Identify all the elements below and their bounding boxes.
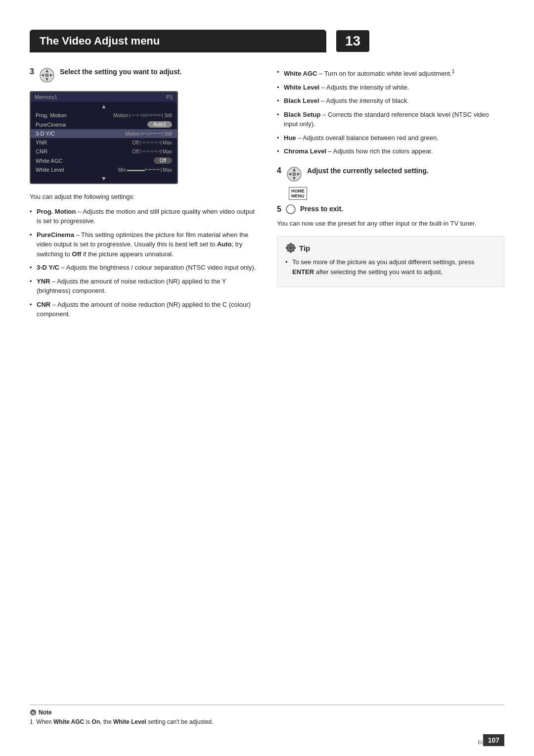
page-number: 107 <box>483 734 504 746</box>
list-item: Black Level – Adjusts the intensity of b… <box>277 96 504 106</box>
step3-row: 3 Select the setting you want to adjust. <box>30 67 257 83</box>
tip-title: Tip <box>285 242 496 253</box>
page-title: The Video Adjust menu <box>30 30 326 52</box>
after-step5-text: You can now use the preset for any other… <box>277 219 504 229</box>
list-item: Black Setup – Corrects the standard refe… <box>277 110 504 129</box>
can-adjust-text: You can adjust the following settings: <box>30 192 257 202</box>
svg-point-19 <box>292 244 295 247</box>
list-item: 3-D Y/C – Adjusts the brightness / colou… <box>30 263 257 273</box>
circle-button-icon <box>285 204 296 215</box>
menu-arrow-down: ▼ <box>31 174 177 183</box>
menu-item-cnr: CNR Off |⊣⊣⊣⊣⊣| Max <box>31 147 177 156</box>
list-item: White AGC – Turn on for automatic white … <box>277 67 504 79</box>
svg-point-13 <box>289 246 293 250</box>
content-columns: 3 Select the setting you want to adjust.… <box>30 67 504 323</box>
svg-point-16 <box>286 246 289 249</box>
menu-screenshot: Memory1 P1 ▲ Prog. Motion Motion |⊣⊣⊣⊙⊢⊢… <box>30 91 178 184</box>
menu-item-prog-motion: Prog. Motion Motion |⊣⊣⊣⊙⊢⊢⊢⊢| Still <box>31 111 177 120</box>
list-item: YNR – Adjusts the amount of noise reduct… <box>30 277 257 296</box>
svg-point-12 <box>286 205 295 214</box>
menu-item-3dyc: 3-D Y/C Motion |⊢⊙⊢⊢⊢| Still <box>31 129 177 138</box>
menu-corner: P1 <box>167 94 173 100</box>
menu-item-purecinema: PureCinema Auto1 <box>31 120 177 129</box>
step5-row: 5 Press to exit. <box>277 204 504 215</box>
tip-bullet-list: To see more of the picture as you adjust… <box>285 257 496 277</box>
svg-point-18 <box>287 244 290 247</box>
list-item: To see more of the picture as you adjust… <box>285 257 496 277</box>
menu-item-white-agc: White AGC Off <box>31 156 177 165</box>
menu-arrow-up: ▲ <box>31 102 177 111</box>
svg-point-11 <box>292 172 296 176</box>
note-text-label: Note <box>39 709 52 716</box>
right-bullet-list: White AGC – Turn on for automatic white … <box>277 67 504 156</box>
title-text: The Video Adjust menu <box>40 35 160 47</box>
left-bullet-list: Prog. Motion – Adjusts the motion and st… <box>30 207 257 319</box>
left-column: 3 Select the setting you want to adjust.… <box>30 67 257 323</box>
list-item: CNR – Adjusts the amount of noise reduct… <box>30 300 257 319</box>
chapter-badge: 13 <box>336 30 369 52</box>
step3-number: 3 <box>30 67 34 76</box>
list-item: Chroma Level – Adjusts how rich the colo… <box>277 146 504 156</box>
page-lang: En <box>478 739 485 745</box>
list-item: PureCinema – This setting optimizes the … <box>30 230 257 259</box>
step5-text: Press to exit. <box>300 204 343 214</box>
menu-title: Memory1 <box>35 94 57 100</box>
menu-title-row: Memory1 P1 <box>31 92 177 102</box>
home-icon: HOMEMENU <box>289 187 307 200</box>
svg-point-21 <box>292 249 295 252</box>
note-label: N Note <box>30 709 504 716</box>
menu-item-white-level: White Level Min ▬▬▬▬⊢⊢⊢⊢| Max <box>31 165 177 174</box>
step5-number: 5 <box>277 205 281 214</box>
list-item: Hue – Adjusts overall balance between re… <box>277 133 504 143</box>
svg-text:N: N <box>32 710 35 715</box>
svg-point-5 <box>45 73 49 77</box>
home-menu-icon-row: HOMEMENU <box>289 187 504 200</box>
footer-area: N Note 1 When White AGC is On, the White… <box>30 705 504 726</box>
tip-icon <box>285 242 296 253</box>
svg-point-17 <box>293 246 296 249</box>
svg-point-20 <box>287 249 290 252</box>
note-icon: N <box>30 709 37 716</box>
step4-row: 4 Adjust the currently selected setting. <box>277 166 504 182</box>
list-item: Prog. Motion – Adjusts the motion and st… <box>30 207 257 226</box>
right-column: White AGC – Turn on for automatic white … <box>277 67 504 323</box>
menu-item-ynr: YNR Off |⊣⊣⊣⊣⊣| Max <box>31 138 177 147</box>
dpad-icon-step4 <box>286 166 302 182</box>
svg-point-14 <box>289 243 292 246</box>
step3-text: Select the setting you want to adjust. <box>60 67 182 77</box>
svg-point-15 <box>289 250 292 253</box>
list-item: White Level – Adjusts the intensity of w… <box>277 83 504 93</box>
step4-text: Adjust the currently selected setting. <box>307 166 429 176</box>
chapter-number: 13 <box>345 33 360 48</box>
step4-number: 4 <box>277 166 281 175</box>
dpad-icon <box>39 67 55 83</box>
tip-box: Tip To see more of the picture as you ad… <box>277 236 504 287</box>
page-header: The Video Adjust menu 13 <box>30 30 504 52</box>
tip-label: Tip <box>299 244 310 252</box>
note-text: 1 When White AGC is On, the White Level … <box>30 718 504 726</box>
